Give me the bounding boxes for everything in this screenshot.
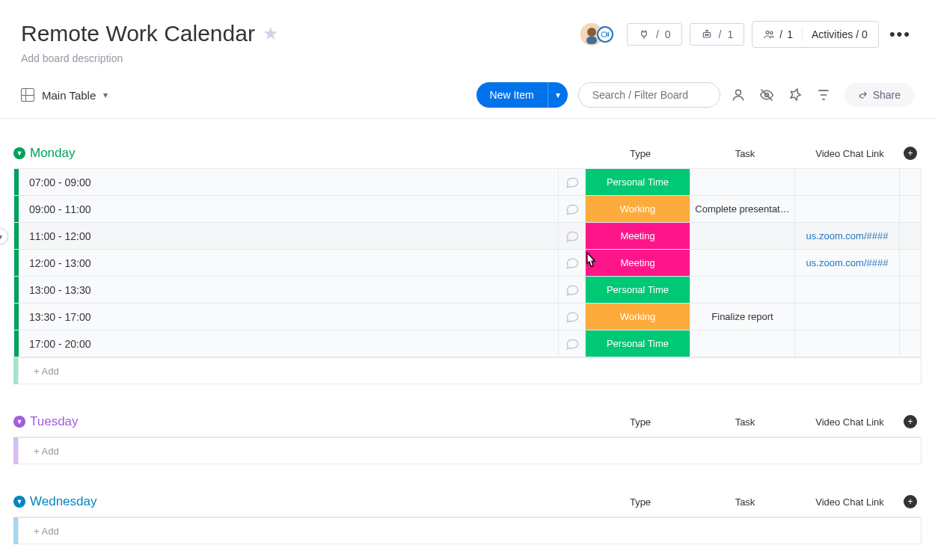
view-label: Main Table (42, 89, 96, 102)
chat-icon[interactable] (559, 304, 586, 330)
robot-icon (701, 28, 713, 40)
row-end-spacer (900, 304, 921, 330)
chat-icon[interactable] (559, 330, 586, 357)
svg-point-8 (770, 31, 773, 34)
row-name-cell[interactable]: 13:00 - 13:30 (19, 277, 559, 303)
group-collapse-caret[interactable]: ▼ (13, 416, 25, 428)
add-column-button[interactable]: + (904, 415, 917, 428)
row-end-spacer (900, 196, 921, 222)
chat-icon[interactable] (559, 223, 586, 249)
add-item-row[interactable]: + Add (18, 437, 922, 464)
video-link-cell[interactable] (795, 304, 900, 330)
column-header-task[interactable]: Task (693, 496, 797, 508)
chat-icon[interactable] (559, 169, 586, 195)
table-row[interactable]: 07:00 - 09:00Personal Time (14, 168, 921, 195)
more-menu-icon[interactable]: ••• (886, 25, 914, 44)
column-header-video[interactable]: Video Chat Link (797, 148, 902, 159)
task-cell[interactable] (690, 169, 795, 195)
favorite-star-icon[interactable]: ★ (263, 23, 279, 44)
group-title[interactable]: Tuesday (30, 414, 79, 429)
add-column-button[interactable]: + (904, 495, 917, 508)
board-stats[interactable]: / 1 Activities / 0 (752, 21, 879, 48)
new-item-dropdown[interactable]: ▾ (548, 82, 568, 108)
view-selector[interactable]: Main Table ▾ (21, 88, 108, 102)
search-input[interactable] (578, 82, 720, 108)
new-item-button[interactable]: New Item (476, 82, 548, 108)
group-tuesday: ▼TuesdayTypeTaskVideo Chat Link++ Add (13, 414, 922, 464)
type-cell[interactable]: Personal Time (586, 169, 690, 195)
group-collapse-caret[interactable]: ▼ (13, 496, 25, 508)
type-cell[interactable]: Working (586, 304, 690, 330)
column-header-task[interactable]: Task (693, 416, 797, 428)
task-cell[interactable]: Finalize report (690, 304, 795, 330)
add-column-button[interactable]: + (904, 147, 917, 160)
row-menu-button[interactable]: ▾ (0, 228, 8, 244)
share-icon (858, 90, 868, 100)
type-cell[interactable]: Personal Time (586, 330, 690, 357)
table-row[interactable]: 13:30 - 17:00WorkingFinalize report (14, 303, 921, 330)
video-link-cell[interactable]: us.zoom.com/#### (795, 250, 900, 276)
task-cell[interactable] (690, 250, 795, 276)
video-link-cell[interactable] (795, 196, 900, 222)
pin-icon[interactable] (788, 87, 806, 102)
presence-badge[interactable] (597, 26, 613, 43)
column-header-type[interactable]: Type (588, 416, 693, 428)
svg-point-1 (587, 28, 596, 37)
row-name-cell[interactable]: 09:00 - 11:00 (19, 196, 559, 222)
table-row[interactable]: ▾11:00 - 12:00Meetingus.zoom.com/#### (14, 222, 921, 249)
video-link-cell[interactable] (795, 330, 900, 357)
column-header-type[interactable]: Type (588, 496, 693, 508)
type-cell[interactable]: Meeting (586, 250, 690, 276)
members-count: 1 (787, 28, 793, 40)
activities-count: 0 (862, 28, 868, 40)
type-cell[interactable]: Working (586, 196, 690, 222)
share-button[interactable]: Share (844, 83, 914, 107)
filter-icon[interactable] (816, 87, 834, 102)
row-end-spacer (900, 223, 921, 249)
chat-icon[interactable] (559, 196, 586, 222)
row-name-cell[interactable]: 17:00 - 20:00 (19, 330, 559, 357)
column-header-video[interactable]: Video Chat Link (797, 496, 902, 508)
row-end-spacer (900, 169, 921, 195)
board-description[interactable]: Add board description (0, 48, 935, 72)
type-cell[interactable]: Personal Time (586, 277, 690, 303)
row-name-cell[interactable]: 07:00 - 09:00 (19, 169, 559, 195)
automations-sep: / (719, 28, 722, 40)
row-name-cell[interactable]: 13:30 - 17:00 (19, 304, 559, 330)
add-item-row[interactable]: + Add (18, 357, 922, 384)
column-header-type[interactable]: Type (588, 148, 693, 159)
row-name-cell[interactable]: 12:00 - 13:00 (19, 250, 559, 276)
group-title[interactable]: Monday (30, 146, 75, 161)
group-title[interactable]: Wednesday (30, 494, 96, 509)
page-title: Remote Work Calendar (21, 21, 255, 46)
table-row[interactable]: 13:00 - 13:30Personal Time (14, 276, 921, 303)
task-cell[interactable] (690, 277, 795, 303)
task-cell[interactable] (690, 330, 795, 357)
plug-icon (638, 28, 650, 40)
type-cell[interactable]: Meeting (586, 223, 690, 249)
video-link-cell[interactable] (795, 277, 900, 303)
activities-label: Activities (812, 28, 853, 40)
column-header-task[interactable]: Task (693, 148, 797, 159)
svg-point-9 (735, 90, 741, 95)
task-cell[interactable]: Complete presentat… (690, 196, 795, 222)
chat-icon[interactable] (559, 277, 586, 303)
integrations-pill[interactable]: / 0 (627, 23, 682, 46)
table-row[interactable]: 12:00 - 13:00Meetingus.zoom.com/#### (14, 249, 921, 276)
svg-rect-2 (586, 37, 597, 44)
table-row[interactable]: 09:00 - 11:00WorkingComplete presentat… (14, 195, 921, 222)
hide-columns-icon[interactable] (759, 87, 777, 102)
video-link-cell[interactable] (795, 169, 900, 195)
automations-pill[interactable]: / 1 (690, 23, 745, 46)
chat-icon[interactable] (559, 250, 586, 276)
column-header-video[interactable]: Video Chat Link (797, 416, 902, 428)
table-row[interactable]: 17:00 - 20:00Personal Time (14, 330, 921, 357)
task-cell[interactable] (690, 223, 795, 249)
group-collapse-caret[interactable]: ▼ (13, 147, 25, 159)
video-link-cell[interactable]: us.zoom.com/#### (795, 223, 900, 249)
person-filter-icon[interactable] (731, 87, 749, 102)
add-item-row[interactable]: + Add (18, 517, 922, 544)
table-icon (21, 88, 34, 102)
row-name-cell[interactable]: 11:00 - 12:00 (19, 223, 559, 249)
header-actions: / 0 / 1 / 1 Activities / 0 (580, 21, 914, 48)
